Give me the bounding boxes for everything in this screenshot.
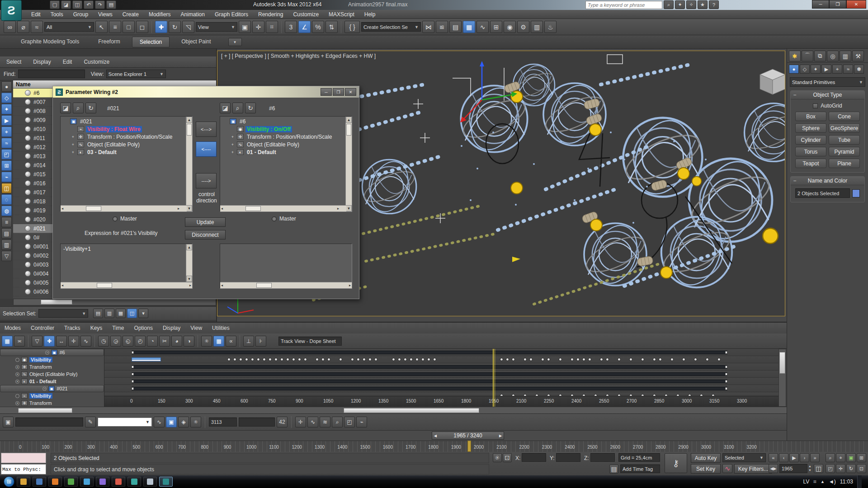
cut-time-icon[interactable]: ✂ <box>159 336 170 347</box>
left-direction-wire-button[interactable]: <---- <box>196 141 217 157</box>
taskbar-firefox-icon[interactable] <box>48 477 62 487</box>
key-time-field[interactable]: 3113 <box>209 418 237 427</box>
left-parameter-tree[interactable]: ▣ #021 ⌁ Visibility : Float Wire + ✛ Tra… <box>60 116 193 212</box>
find-next-parameter-icon[interactable]: ⌕ <box>232 103 243 113</box>
primitive-button[interactable]: Torus <box>795 147 826 156</box>
insert-time-icon[interactable]: ◔ <box>147 336 158 347</box>
track-tree-item[interactable]: + ✛ Transform <box>0 399 104 407</box>
select-link-icon[interactable]: ∞ <box>4 21 16 33</box>
dopesheet-grid-row[interactable] <box>104 356 778 363</box>
maxscript-mini-listener[interactable]: Max to Physc: <box>1 464 46 474</box>
display-helpers-icon[interactable]: ⌖ <box>1 127 12 137</box>
explorer-menu-item[interactable]: Select <box>6 59 21 65</box>
show-desktop-button[interactable] <box>857 475 862 488</box>
menu-item[interactable]: Tools <box>46 10 68 19</box>
window-crossing-icon[interactable]: ◻ <box>136 21 148 33</box>
draw-curves-icon[interactable]: ∿ <box>80 336 91 347</box>
move-keys-icon[interactable]: ✚ <box>44 336 55 347</box>
snap-frames-icon[interactable]: ▦ <box>213 336 224 347</box>
display-groups-icon[interactable]: ◰ <box>1 149 12 160</box>
display-shapes-icon[interactable]: ◇ <box>1 93 12 103</box>
ribbon-tab[interactable]: Graphite Modeling Tools <box>14 37 86 47</box>
parameter-tree-item[interactable]: ▣ #6 <box>220 117 352 125</box>
cat-shapes-icon[interactable]: ◇ <box>800 65 810 74</box>
parameter-tree-item[interactable]: + ∿ Object (Editable Poly) <box>61 141 192 148</box>
display-frozen-icon[interactable]: ◍ <box>1 206 12 216</box>
collapse-tracks-icon[interactable]: ⊦ <box>255 336 266 347</box>
restore-button[interactable]: ❐ <box>829 0 846 9</box>
find-next-parameter-icon[interactable]: ⌕ <box>73 103 84 113</box>
primitive-button[interactable]: Cylinder <box>795 135 826 145</box>
track-tree-item[interactable]: + ◐ 01 - Default <box>0 378 104 385</box>
parameter-tree-item[interactable]: + ✛ Transform : Position/Rotation/Scale <box>61 133 192 141</box>
trackbar-time-marker[interactable] <box>467 441 471 452</box>
show-all-tracks-icon[interactable]: ◪ <box>60 103 71 113</box>
two-way-wire-button[interactable]: <---> <box>196 122 217 137</box>
parameter-tree-item[interactable]: ▣ #021 <box>61 117 192 125</box>
scale-icon[interactable]: ◹ <box>182 21 194 33</box>
ribbon-tab[interactable]: Object Paint <box>174 37 218 47</box>
show-all-tracks-icon[interactable]: ◪ <box>220 103 231 113</box>
display-containers-icon[interactable]: ◫ <box>1 183 12 193</box>
dopesheet-grid-row[interactable] <box>104 378 778 385</box>
copy-time-icon[interactable]: ◕ <box>171 336 182 347</box>
reference-coordinate-dropdown[interactable]: View▼ <box>196 22 237 32</box>
dopesheet-menu-item[interactable]: Tracks <box>64 325 80 331</box>
object-name-field[interactable]: 2 Objects Selected <box>795 188 850 198</box>
app-logo[interactable]: Ƨ <box>1 0 22 21</box>
view-columns-icon[interactable]: ▤ <box>1 228 12 239</box>
go-start-icon[interactable]: « <box>769 453 778 462</box>
dopesheet-vscrollbar[interactable] <box>778 349 786 407</box>
taskbar-3dsmax-icon[interactable] <box>159 477 173 487</box>
rollout-header[interactable]: −Name and Color <box>791 177 864 185</box>
expression-hscrollbar[interactable]: ◂▸ <box>220 282 352 288</box>
auto-key-button[interactable]: Auto Key <box>691 453 721 463</box>
track-tree-item[interactable]: ◉ Visibility <box>0 356 104 363</box>
edit-ranges-icon[interactable]: ≍ <box>14 336 25 347</box>
show-selected-key-stats-icon[interactable]: ▣ <box>3 417 14 427</box>
dialog-title-bar[interactable]: Ƨ Parameter Wiring #2 ─ ❐ ✕ <box>53 86 359 98</box>
curve-editor-icon[interactable]: ∿ <box>476 21 489 33</box>
tree-hscrollbar[interactable]: ◂▸ <box>61 205 187 211</box>
track-tree-item[interactable]: + ✛ Transform <box>0 363 104 371</box>
scale-time-icon[interactable]: ◴ <box>135 336 146 347</box>
primitive-category-dropdown[interactable]: Standard Primitives▼ <box>790 77 865 87</box>
absolute-offset-toggle-icon[interactable]: ⊡ <box>503 453 512 462</box>
snap-3d-icon[interactable]: 3 <box>285 21 297 33</box>
menu-item[interactable]: Graph Editors <box>210 10 253 19</box>
select-move-icon[interactable]: ✚ <box>155 21 167 33</box>
dialog-close-button[interactable]: ✕ <box>345 88 356 96</box>
parameter-tree-item[interactable]: + ◐ 03 - Default <box>61 148 192 156</box>
close-button[interactable]: ✕ <box>846 0 866 9</box>
dopesheet-grid-row[interactable] <box>104 371 778 378</box>
cat-helpers-icon[interactable]: ⌖ <box>832 65 842 74</box>
primitive-button[interactable]: Pyramid <box>829 147 860 156</box>
zoom-region-icon[interactable]: ◰ <box>344 417 355 427</box>
key-mode-toggle-icon[interactable]: ◀▶ <box>769 464 778 473</box>
frame-back-button[interactable]: ◂ <box>434 432 437 439</box>
subtract-from-set-icon[interactable]: ▦ <box>116 309 126 318</box>
set-keys-button[interactable]: ⚷ <box>665 453 687 473</box>
parameter-tree-item[interactable]: + ∿ Object (Editable Poly) <box>220 141 352 148</box>
dopesheet-menu-item[interactable]: View <box>190 325 202 331</box>
menu-item[interactable]: Help <box>359 10 381 19</box>
dopesheet-grid-row[interactable] <box>104 392 778 396</box>
ribbon-tab[interactable]: Selection <box>132 37 170 47</box>
start-button[interactable]: ⊞ <box>4 476 14 487</box>
tab-utilities-icon[interactable]: ⚒ <box>852 51 864 61</box>
rollout-header[interactable]: −Object Type <box>791 91 864 99</box>
display-cameras-icon[interactable]: ▶ <box>1 115 12 126</box>
delete-time-icon[interactable]: ◶ <box>110 336 121 347</box>
zoom-extents-all-icon[interactable]: ⊞ <box>857 453 866 462</box>
rect-region-icon[interactable]: □ <box>123 21 135 33</box>
favorites-icon[interactable]: ★ <box>698 0 708 9</box>
isolate-curve-icon[interactable]: ⌁ <box>356 417 367 427</box>
maxscript-listener-icon[interactable]: { } <box>344 21 360 33</box>
edit-track-set-icon[interactable]: ✎ <box>85 417 96 427</box>
pan-icon[interactable]: ✛ <box>295 417 306 427</box>
dopesheet-menu-item[interactable]: Options <box>134 325 153 331</box>
menu-item[interactable]: Animation <box>176 10 210 19</box>
tree-hscrollbar[interactable]: ◂▸ <box>220 205 346 211</box>
redo-icon[interactable]: ↷ <box>95 0 105 9</box>
menu-item[interactable]: Create <box>118 10 144 19</box>
